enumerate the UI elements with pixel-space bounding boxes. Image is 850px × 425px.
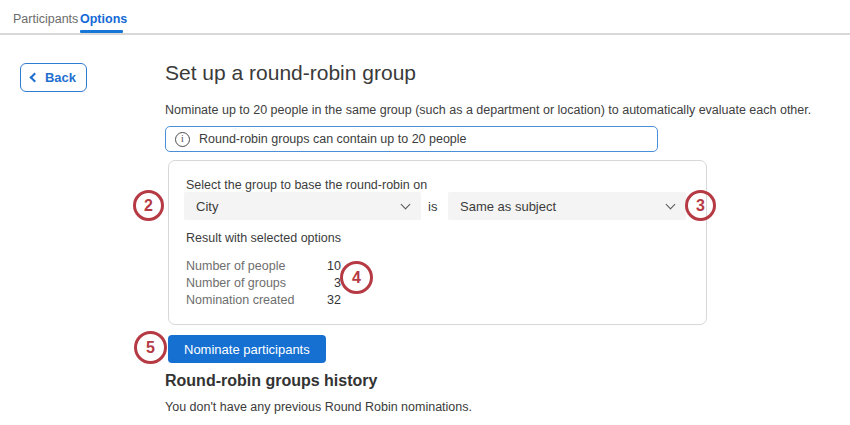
result-row-nominations: Nomination created 32 — [186, 291, 341, 308]
group-dropdown[interactable]: City — [184, 192, 421, 220]
result-value: 3 — [308, 276, 341, 290]
history-empty-message: You don't have any previous Round Robin … — [165, 400, 472, 414]
result-row-people: Number of people 10 — [186, 257, 341, 274]
tab-bar-divider — [0, 33, 850, 35]
tab-participants[interactable]: Participants — [13, 12, 78, 26]
chevron-down-icon — [401, 199, 411, 209]
page-description: Nominate up to 20 people in the same gro… — [165, 103, 811, 117]
annotation-circle-2: 2 — [133, 190, 164, 221]
group-dropdown-value: City — [196, 199, 402, 214]
nominate-participants-button[interactable]: Nominate participants — [168, 335, 326, 363]
info-banner: i Round-robin groups can contain up to 2… — [165, 126, 658, 152]
annotation-circle-3: 3 — [685, 190, 716, 221]
history-heading: Round-robin groups history — [165, 372, 377, 390]
chevron-down-icon — [666, 199, 676, 209]
back-button-label: Back — [45, 70, 76, 85]
result-label: Number of people — [186, 259, 308, 273]
condition-dropdown[interactable]: Same as subject — [448, 192, 686, 220]
dropdown-row: City is Same as subject — [169, 192, 706, 220]
result-label: Number of groups — [186, 276, 308, 290]
back-button[interactable]: Back — [20, 63, 87, 92]
round-robin-setup-screen: Participants Options Back Set up a round… — [0, 0, 850, 425]
result-rows: Number of people 10 Number of groups 3 N… — [186, 257, 341, 308]
group-select-label: Select the group to base the round-robin… — [186, 178, 427, 192]
result-heading: Result with selected options — [186, 231, 341, 245]
condition-dropdown-value: Same as subject — [460, 199, 667, 214]
result-value: 10 — [308, 259, 341, 273]
tab-bar: Participants Options — [0, 0, 850, 34]
info-circle-icon: i — [175, 132, 190, 147]
chevron-left-icon — [30, 73, 40, 83]
annotation-circle-4: 4 — [340, 261, 373, 294]
round-robin-options-panel: Select the group to base the round-robin… — [168, 160, 707, 325]
result-row-groups: Number of groups 3 — [186, 274, 341, 291]
condition-connector-label: is — [428, 199, 437, 214]
result-label: Nomination created — [186, 293, 308, 307]
result-value: 32 — [308, 293, 341, 307]
tab-options[interactable]: Options — [80, 12, 127, 26]
annotation-circle-5: 5 — [134, 331, 167, 364]
info-banner-text: Round-robin groups can contain up to 20 … — [199, 132, 467, 146]
page-title: Set up a round-robin group — [165, 61, 416, 85]
